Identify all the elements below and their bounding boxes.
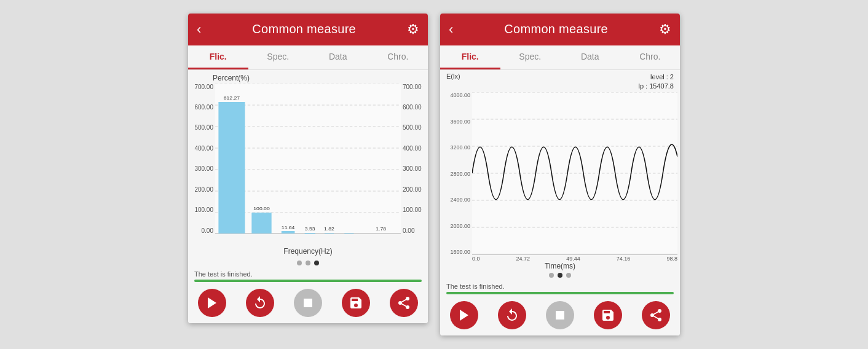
screen1-tabs: Flic. Spec. Data Chro.: [188, 45, 428, 70]
svg-text:11.64: 11.64: [282, 224, 295, 230]
screen2-lp-label: lp : 15407.8: [639, 82, 674, 91]
screen2-level-label: level : 2: [639, 73, 674, 82]
screen2-status-text: The test is finished.: [446, 283, 674, 290]
screen2-tab-chro[interactable]: Chro.: [620, 45, 681, 69]
screen2-x-label: Time(ms): [443, 262, 677, 270]
screen2-play-button[interactable]: [450, 301, 478, 329]
screen2-settings-button[interactable]: ⚙: [659, 22, 671, 37]
svg-marker-35: [460, 310, 468, 321]
screen1-dot-3[interactable]: [314, 261, 319, 265]
screen2-chart-area: E(lx) level : 2 lp : 15407.8 4000.00 360…: [440, 70, 680, 271]
screen1: ‹ Common measure ⚙ Flic. Spec. Data Chro…: [188, 14, 428, 323]
screen2-title: Common measure: [504, 22, 608, 36]
screen1-title: Common measure: [252, 22, 356, 36]
screen1-chart-area: Percent(%) 700.00 600.00 500.00 400.00 3…: [188, 70, 428, 258]
screen1-share-button[interactable]: [390, 289, 418, 317]
screen1-stop-button[interactable]: [294, 289, 322, 317]
screen1-dot-2[interactable]: [306, 261, 310, 265]
screen1-back-button[interactable]: ‹: [197, 22, 201, 37]
screen1-controls: [188, 284, 428, 323]
svg-rect-10: [251, 213, 271, 233]
screen2-y-axis: 4000.00 3600.00 3200.00 2800.00 2400.00 …: [443, 92, 472, 255]
svg-text:0.0: 0.0: [228, 233, 235, 234]
screen1-save-button[interactable]: [342, 289, 370, 317]
screen2-x-axis: 0.0 24.72 49.44 74.16 98.8: [472, 256, 677, 262]
screen1-header: ‹ Common measure ⚙: [188, 14, 428, 45]
screen1-pagination-dots: [188, 258, 428, 268]
screen1-tab-flic[interactable]: Flic.: [188, 45, 248, 69]
screen1-chart-svg-wrapper: 612.27 100.00 11.64 3.53 1.82: [215, 84, 401, 234]
svg-text:1.78: 1.78: [376, 225, 386, 232]
screen2-y-label: E(lx): [446, 73, 460, 80]
screen2-replay-button[interactable]: [498, 301, 526, 329]
svg-rect-8: [218, 102, 245, 233]
screen2-controls: [440, 296, 680, 335]
screen1-tab-spec[interactable]: Spec.: [248, 45, 309, 69]
screen2-wave-svg: [472, 92, 677, 255]
screen2-dot-3[interactable]: [566, 273, 571, 278]
screen2-pagination-dots: [440, 270, 680, 280]
screen2-wave-svg-wrapper: [472, 92, 677, 255]
screen1-y-label: Percent(%): [213, 74, 425, 82]
screen2-stop-button[interactable]: [546, 301, 574, 329]
svg-text:337.5: 337.5: [323, 233, 336, 234]
screen1-bar-chart-svg: 612.27 100.00 11.64 3.53 1.82: [215, 84, 401, 234]
svg-text:612.27: 612.27: [224, 95, 240, 101]
screen1-green-bar: [194, 280, 422, 282]
screen1-settings-button[interactable]: ⚙: [407, 22, 419, 37]
screen2-header: ‹ Common measure ⚙: [440, 14, 680, 45]
screen1-x-label: Frequency(Hz): [191, 247, 425, 256]
screen2-info-right: level : 2 lp : 15407.8: [639, 73, 674, 92]
svg-text:100.00: 100.00: [253, 205, 270, 211]
svg-text:1.82: 1.82: [324, 225, 334, 232]
screen2-tab-data[interactable]: Data: [560, 45, 620, 69]
screen1-replay-button[interactable]: [246, 289, 274, 317]
screen2-green-bar: [446, 292, 674, 294]
screen2-chart-wrapper: 4000.00 3600.00 3200.00 2800.00 2400.00 …: [443, 92, 677, 270]
screen1-y-axis: 700.00 600.00 500.00 400.00 300.00 200.0…: [191, 84, 215, 234]
screen1-tab-data[interactable]: Data: [308, 45, 368, 69]
screen1-status-bar: The test is finished.: [188, 268, 428, 282]
screen2-back-button[interactable]: ‹: [449, 22, 453, 37]
screen2-status-bar: The test is finished.: [440, 280, 680, 294]
screen2-dot-2[interactable]: [558, 273, 562, 278]
svg-marker-26: [208, 297, 216, 308]
svg-rect-18: [344, 233, 353, 233]
screen2-share-button[interactable]: [642, 301, 670, 329]
screen2-dot-1[interactable]: [549, 273, 554, 278]
screen1-y-axis-right: 700.00 600.00 500.00 400.00 300.00 200.0…: [401, 84, 425, 234]
svg-rect-36: [556, 311, 564, 320]
svg-text:400.0: 400.0: [374, 233, 388, 234]
svg-text:300.0: 300.0: [303, 233, 317, 234]
svg-text:200.0: 200.0: [282, 233, 295, 234]
svg-text:100.0: 100.0: [255, 233, 269, 234]
screen2-save-button[interactable]: [594, 301, 622, 329]
screen1-tab-chro[interactable]: Chro.: [368, 45, 428, 69]
svg-text:3.53: 3.53: [305, 225, 315, 232]
screen2-chart-info: E(lx) level : 2 lp : 15407.8: [446, 73, 674, 92]
screen1-status-text: The test is finished.: [194, 270, 422, 278]
svg-rect-27: [304, 299, 312, 307]
screen2-tab-flic[interactable]: Flic.: [440, 45, 500, 69]
screen2: ‹ Common measure ⚙ Flic. Spec. Data Chro…: [440, 14, 680, 336]
screen1-play-button[interactable]: [198, 289, 226, 317]
screen1-dot-1[interactable]: [297, 261, 302, 265]
screen2-tabs: Flic. Spec. Data Chro.: [440, 45, 680, 70]
screen2-tab-spec[interactable]: Spec.: [500, 45, 561, 69]
